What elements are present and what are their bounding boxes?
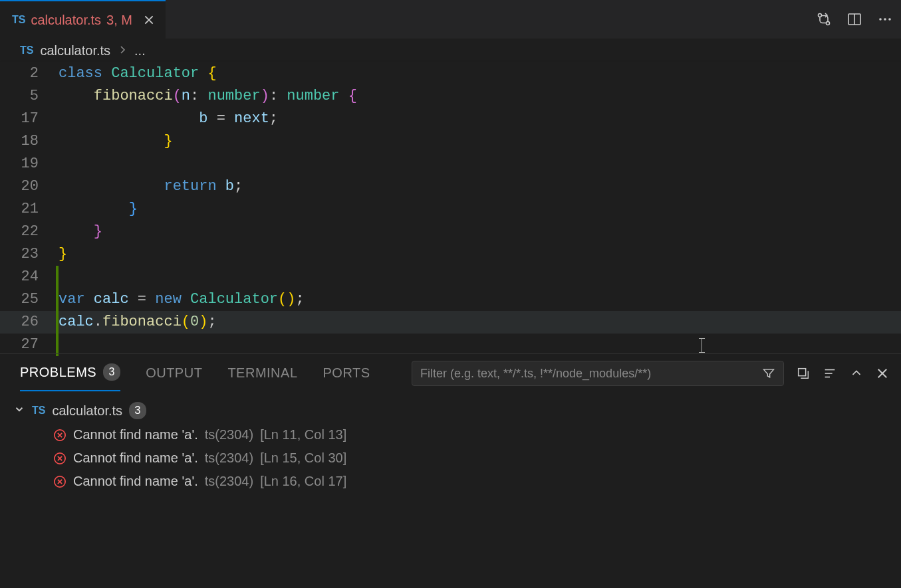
line-number: 5	[0, 85, 59, 108]
line-number: 19	[0, 153, 59, 175]
view-as-tree-icon[interactable]	[823, 366, 837, 381]
tab-problems-label: PROBLEMS	[20, 365, 96, 380]
problem-code: ts(2304)	[205, 427, 253, 442]
problem-item[interactable]: Cannot find name 'a'. ts(2304) [Ln 11, C…	[13, 423, 888, 446]
ts-icon: TS	[12, 14, 25, 26]
bottom-panel: PROBLEMS 3 OUTPUT TERMINAL PORTS	[0, 353, 901, 500]
split-editor-icon[interactable]	[846, 11, 862, 27]
problem-code: ts(2304)	[205, 474, 253, 489]
problems-list: TS calculator.ts 3 Cannot find name 'a'.…	[0, 391, 901, 500]
breadcrumb-filename: calculator.ts	[40, 43, 110, 58]
code-line[interactable]: 27	[0, 334, 901, 356]
line-number: 24	[0, 266, 59, 288]
svg-point-4	[879, 18, 882, 21]
code-line[interactable]: 19	[0, 153, 901, 175]
panel-tabs: PROBLEMS 3 OUTPUT TERMINAL PORTS	[0, 354, 901, 391]
compare-changes-icon[interactable]	[816, 11, 832, 27]
tab-filename: calculator.ts	[31, 13, 101, 28]
error-icon	[53, 429, 66, 442]
editor-actions	[816, 11, 893, 27]
code-content: class Calculator {	[59, 62, 901, 85]
line-number: 23	[0, 243, 59, 266]
problems-file-count: 3	[129, 402, 146, 419]
line-number: 26	[0, 311, 59, 334]
editor-tab[interactable]: TS calculator.ts 3, M	[0, 0, 166, 39]
line-number: 2	[0, 62, 59, 85]
tab-bar: TS calculator.ts 3, M	[0, 0, 901, 39]
code-content: b = next;	[59, 108, 901, 130]
code-line[interactable]: 21 }	[0, 198, 901, 221]
code-content: calc.fibonacci(0);	[59, 311, 901, 334]
error-icon	[53, 452, 66, 465]
code-line[interactable]: 25 var calc = new Calculator();	[0, 288, 901, 311]
chevron-down-icon	[13, 403, 25, 419]
line-number: 25	[0, 288, 59, 311]
line-number: 27	[0, 334, 59, 356]
collapse-all-icon[interactable]	[796, 366, 811, 381]
line-number: 20	[0, 175, 59, 198]
svg-point-1	[827, 22, 830, 25]
chevron-right-icon	[117, 43, 128, 58]
problem-location: [Ln 16, Col 17]	[260, 474, 346, 489]
ts-icon: TS	[32, 405, 45, 417]
code-content: var calc = new Calculator();	[59, 288, 901, 311]
breadcrumb-more[interactable]: ...	[134, 43, 146, 58]
line-number: 22	[0, 221, 59, 243]
problems-file-name: calculator.ts	[52, 403, 122, 419]
problem-item[interactable]: Cannot find name 'a'. ts(2304) [Ln 15, C…	[13, 446, 888, 470]
more-actions-icon[interactable]	[877, 11, 893, 27]
line-number: 18	[0, 130, 59, 153]
code-line[interactable]: 2 class Calculator {	[0, 62, 901, 85]
line-number: 17	[0, 108, 59, 130]
code-content: }	[59, 221, 901, 243]
code-line[interactable]: 20 return b;	[0, 175, 901, 198]
close-panel-icon[interactable]	[876, 367, 889, 380]
problems-count-badge: 3	[103, 363, 120, 381]
filter-input[interactable]	[420, 367, 762, 381]
tab-status: 3, M	[106, 13, 132, 28]
sticky-scroll[interactable]: 2 class Calculator { 5 fibonacci(n: numb…	[0, 62, 901, 108]
maximize-panel-icon[interactable]	[849, 366, 864, 381]
text-cursor-icon	[702, 338, 702, 353]
code-line[interactable]: 18 }	[0, 130, 901, 153]
code-line[interactable]: 23 }	[0, 243, 901, 266]
tab-output[interactable]: OUTPUT	[146, 354, 202, 391]
svg-point-6	[888, 18, 891, 21]
ts-icon: TS	[20, 45, 33, 56]
tab-terminal[interactable]: TERMINAL	[227, 354, 297, 391]
code-content	[59, 266, 901, 288]
problems-filter[interactable]	[412, 361, 784, 386]
filter-icon[interactable]	[762, 367, 775, 380]
code-content: }	[59, 243, 901, 266]
code-line[interactable]: 26 calc.fibonacci(0);	[0, 311, 901, 334]
panel-actions	[412, 361, 889, 386]
code-line[interactable]: 17 b = next;	[0, 108, 901, 130]
close-tab-icon[interactable]	[143, 13, 156, 27]
editor-body[interactable]: 17 b = next; 18 } 19 20 return b; 21 } 2…	[0, 108, 901, 353]
code-line[interactable]: 22 }	[0, 221, 901, 243]
problem-item[interactable]: Cannot find name 'a'. ts(2304) [Ln 16, C…	[13, 470, 888, 493]
svg-point-0	[819, 14, 822, 17]
tab-ports[interactable]: PORTS	[323, 354, 370, 391]
problem-message: Cannot find name 'a'.	[73, 450, 198, 466]
code-content: }	[59, 130, 901, 153]
code-line[interactable]: 5 fibonacci(n: number): number {	[0, 85, 901, 108]
breadcrumb[interactable]: TS calculator.ts ...	[0, 39, 901, 62]
problem-message: Cannot find name 'a'.	[73, 474, 198, 489]
problem-location: [Ln 15, Col 30]	[260, 450, 346, 466]
svg-point-5	[884, 18, 886, 21]
code-content: }	[59, 198, 901, 221]
code-line[interactable]: 24	[0, 266, 901, 288]
problems-file-row[interactable]: TS calculator.ts 3	[13, 398, 888, 423]
problem-message: Cannot find name 'a'.	[73, 427, 198, 442]
code-content: fibonacci(n: number): number {	[59, 85, 901, 108]
svg-rect-7	[799, 369, 806, 376]
problem-code: ts(2304)	[205, 450, 253, 466]
code-content	[59, 334, 901, 356]
problem-location: [Ln 11, Col 13]	[260, 427, 346, 442]
code-content	[59, 153, 901, 175]
line-number: 21	[0, 198, 59, 221]
error-icon	[53, 475, 66, 488]
tab-problems[interactable]: PROBLEMS 3	[20, 354, 120, 391]
code-content: return b;	[59, 175, 901, 198]
